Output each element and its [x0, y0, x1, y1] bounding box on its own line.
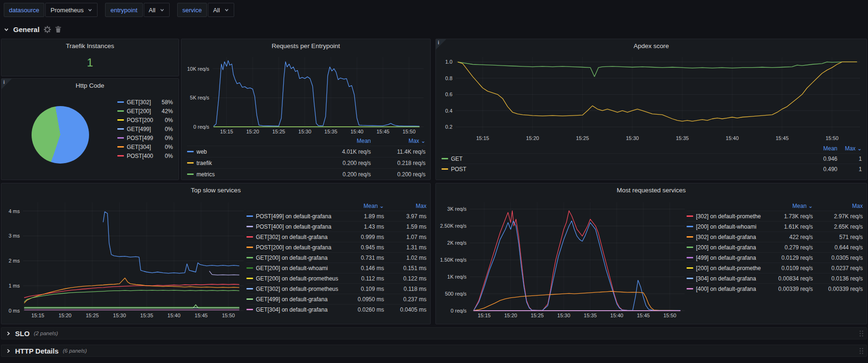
series-label[interactable]: GET[200] on default-prometheus — [256, 275, 344, 282]
gear-icon[interactable] — [44, 26, 51, 33]
series-color-swatch — [246, 236, 253, 238]
svg-text:2.50K req/s: 2.50K req/s — [440, 223, 467, 229]
row-title[interactable]: SLO — [15, 330, 30, 338]
series-label[interactable]: GET — [451, 156, 801, 162]
legend-row: GET[200] 42% — [117, 107, 173, 116]
series-label[interactable]: traefik — [197, 160, 316, 166]
series-mean: 1.89 ms — [346, 213, 384, 220]
panel-title[interactable]: Most requested services — [450, 187, 852, 194]
panel-title[interactable]: Apdex score — [450, 42, 852, 50]
top-slow-chart[interactable]: 15:1515:2015:2515:3015:3515:4015:4515:50… — [3, 198, 246, 319]
drag-handle-icon[interactable] — [859, 330, 864, 338]
series-label[interactable]: metrics — [197, 171, 316, 178]
series-label[interactable]: [400] on default-grafana — [696, 286, 761, 292]
apdex-chart[interactable]: 15:1515:2015:2515:3015:3515:4015:4515:50… — [438, 53, 863, 142]
series-mean: 1.73K req/s — [764, 213, 813, 220]
row-header-slo[interactable]: SLO (2 panels) — [1, 327, 867, 339]
legend-sort-mean[interactable]: Mean — [803, 145, 837, 152]
panel-count: (2 panels) — [34, 330, 58, 336]
series-max: 0.0237 req/s — [816, 265, 863, 272]
series-mean: 1.61K req/s — [764, 223, 813, 230]
panel-title[interactable]: Http Code — [16, 82, 164, 89]
panel-title[interactable]: Traefik Instances — [16, 42, 164, 50]
series-label[interactable]: GET[499] — [127, 126, 153, 132]
svg-text:0 ms: 0 ms — [8, 308, 20, 314]
series-mean: 0.200 req/s — [319, 160, 371, 166]
svg-text:15:25: 15:25 — [576, 135, 589, 141]
series-label[interactable]: GET[200] on default-whoami — [256, 265, 344, 272]
variable-dropdown[interactable]: Prometheus — [45, 3, 98, 17]
series-color-swatch — [187, 162, 194, 164]
variable-control: datasource Prometheus — [4, 3, 98, 17]
series-label[interactable]: POST[200] on default-grafana — [256, 244, 344, 251]
most-requested-chart[interactable]: 15:1515:2015:2515:3015:3515:4015:4515:50… — [438, 198, 688, 319]
series-label[interactable]: GET[200] on default-grafana — [256, 255, 344, 261]
row-header-general: General — [4, 23, 61, 35]
variable-label: service — [177, 3, 207, 17]
variable-control: entrypoint All — [105, 3, 170, 17]
panel-title[interactable]: Top slow services — [16, 187, 416, 194]
legend-sort-mean[interactable]: Mean ⌄ — [346, 203, 384, 209]
variable-dropdown[interactable]: All — [144, 3, 170, 17]
info-icon[interactable]: i — [438, 40, 439, 45]
series-label[interactable]: POST[499] on default-grafana — [256, 213, 344, 220]
info-icon[interactable]: i — [3, 79, 5, 85]
legend-row: [499] on default-grafana 0.0129 req/s 0.… — [687, 252, 863, 263]
series-label[interactable]: GET[302] on default-prometheus — [256, 286, 344, 292]
row-title[interactable]: General — [13, 25, 40, 33]
legend-sort-mean[interactable]: Mean ⌄ — [764, 203, 813, 209]
legend-row: [200] on default-prometheus 0.0109 req/s… — [687, 263, 863, 273]
series-color-swatch — [442, 168, 448, 170]
legend-row: GET[499] 0% — [117, 124, 173, 133]
series-label[interactable]: GET[200] — [127, 108, 153, 115]
http-code-pie-chart[interactable] — [32, 106, 89, 164]
legend-header: Mean Max ⌄ — [442, 144, 862, 153]
series-label[interactable]: GET[304] — [127, 144, 153, 150]
legend-row: GET[302] on default-prometheus 0.109 ms … — [246, 283, 426, 294]
variable-dropdown[interactable]: All — [208, 3, 234, 17]
series-label[interactable]: [200] on default-prometheus — [696, 265, 761, 272]
series-percent: 42% — [156, 108, 173, 115]
legend-sort-max[interactable]: Max ⌄ — [374, 138, 426, 144]
legend-row: POST[499] 0% — [117, 133, 173, 142]
legend-sort-max[interactable]: Max ⌄ — [840, 145, 862, 152]
legend-sort-max[interactable]: Max — [816, 203, 863, 209]
series-mean: 0.999 ms — [346, 234, 384, 240]
trash-icon[interactable] — [55, 26, 61, 33]
series-label[interactable]: [200] on default-grafana — [696, 244, 761, 251]
series-max: 0.0136 req/s — [816, 275, 863, 282]
svg-text:0 req/s: 0 req/s — [450, 308, 467, 314]
legend-sort-mean[interactable]: Mean — [319, 138, 371, 144]
row-header-http-details[interactable]: HTTP Details (6 panels) — [1, 345, 867, 357]
series-label[interactable]: [302] on default-prometheus — [696, 213, 761, 220]
svg-text:15:25: 15:25 — [272, 129, 286, 134]
panel-title[interactable]: Requests per Entrypoint — [196, 42, 416, 50]
series-label[interactable]: POST[499] — [127, 135, 153, 141]
svg-text:15:45: 15:45 — [195, 313, 208, 318]
svg-text:15:20: 15:20 — [504, 313, 517, 318]
row-title[interactable]: HTTP Details — [15, 347, 58, 355]
requests-chart[interactable]: 15:1515:2015:2515:3015:3515:4015:4515:50… — [183, 53, 426, 135]
drag-handle-icon[interactable] — [859, 347, 864, 355]
series-label[interactable]: POST[400] — [127, 153, 153, 159]
series-label[interactable]: [302] on default-grafana — [696, 234, 761, 240]
legend-sort-max[interactable]: Max — [387, 203, 426, 209]
series-color-swatch — [246, 257, 253, 258]
series-label[interactable]: GET[304] on default-grafana — [256, 306, 344, 313]
series-label[interactable]: [499] on default-grafana — [696, 255, 761, 261]
series-max: 0.118 ms — [387, 286, 426, 292]
series-color-swatch — [117, 155, 124, 157]
series-label[interactable]: web — [197, 148, 316, 155]
series-label[interactable]: GET[499] on default-grafana — [256, 296, 344, 303]
series-label[interactable]: POST[400] on default-grafana — [256, 223, 344, 230]
series-label[interactable]: [200] on default-whoami — [696, 223, 761, 230]
apdex-legend: Mean Max ⌄ GET 0.946 1 POST 0.490 — [442, 144, 862, 174]
requests-legend: Mean Max ⌄ web 4.01K req/s 11.4K req/s t… — [187, 136, 426, 180]
series-label[interactable]: GET[302] on default-grafana — [256, 234, 344, 240]
series-label[interactable]: GET[302] — [127, 99, 153, 106]
chevron-down-icon[interactable] — [4, 27, 9, 32]
series-label[interactable]: POST[200] — [127, 117, 153, 124]
series-label[interactable]: [304] on default-grafana — [696, 275, 761, 282]
series-mean: 0.146 ms — [346, 265, 384, 272]
series-label[interactable]: POST — [451, 166, 801, 173]
